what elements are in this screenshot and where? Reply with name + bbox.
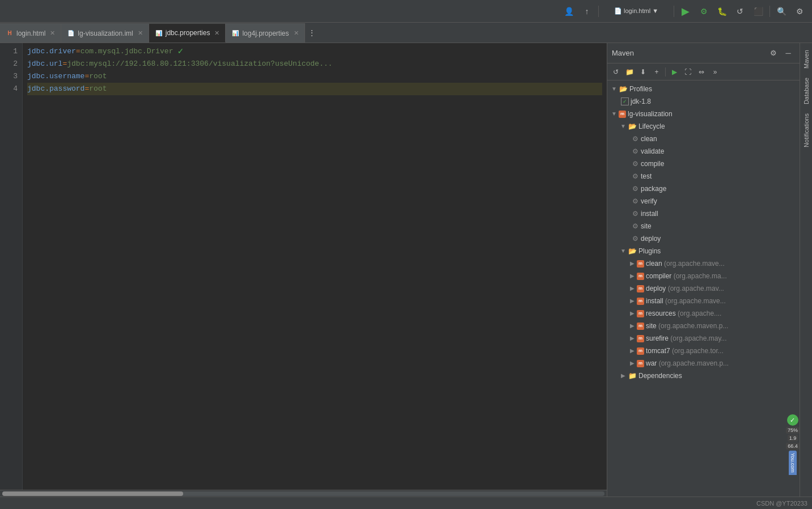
key-username: jdbc.username xyxy=(27,70,84,83)
maven-tb-sep xyxy=(665,67,666,77)
plugins-arrow: ▼ xyxy=(619,245,628,257)
plugin-tomcat7-arrow: ▶ xyxy=(628,345,637,357)
side-tab-notifications[interactable]: Notifications xyxy=(801,109,811,152)
lifecycle-folder-icon: 📂 xyxy=(628,122,637,131)
plugins-label: Plugins xyxy=(638,245,661,257)
tab-label-lg: lg-visualization.iml xyxy=(78,29,133,37)
maven-run-btn[interactable]: ▶ xyxy=(668,66,680,78)
tree-jdk[interactable]: ✓ jdk-1.8 xyxy=(607,95,800,108)
tree-lifecycle-package[interactable]: ⚙ package xyxy=(607,183,800,195)
arrow-icon[interactable]: ↑ xyxy=(579,3,595,19)
maven-settings-btn[interactable]: ⚙ xyxy=(767,46,780,60)
tab-close-lg[interactable]: ✕ xyxy=(138,29,143,37)
tabs-more-button[interactable]: ⋮ xyxy=(305,23,319,43)
lifecycle-test-label: test xyxy=(641,171,652,182)
search-button[interactable]: 🔍 xyxy=(773,3,789,19)
tab-close-login[interactable]: ✕ xyxy=(50,29,55,37)
maven-tree[interactable]: ▼ 📂 Profiles ✓ jdk-1.8 ▼ m lg-visualizat… xyxy=(607,80,800,497)
tree-plugin-tomcat7[interactable]: ▶ m tomcat7 (org.apache.tor... xyxy=(607,345,800,357)
key-driver: jdbc.driver xyxy=(27,45,76,58)
tab-label-log4j: log4j.properties xyxy=(242,29,289,37)
side-tab-maven[interactable]: Maven xyxy=(801,45,811,73)
tree-lifecycle-clean[interactable]: ⚙ clean xyxy=(607,133,800,145)
coverage-button[interactable]: ⬛ xyxy=(750,3,766,19)
side-tab-database[interactable]: Database xyxy=(801,73,811,109)
lifecycle-label: Lifecycle xyxy=(638,121,665,132)
plugin-surefire-label: surefire (org.apache.may... xyxy=(646,333,727,344)
scrollbar-thumb xyxy=(2,491,183,496)
tree-plugin-deploy[interactable]: ▶ m deploy (org.apache.mav... xyxy=(607,282,800,295)
iml-icon: 📄 xyxy=(67,29,75,37)
tree-lifecycle-verify[interactable]: ⚙ verify xyxy=(607,195,800,207)
project-arrow: ▼ xyxy=(610,108,619,120)
status-text: CSDN @YT20233 xyxy=(756,500,807,507)
html-icon: H xyxy=(6,29,14,37)
lifecycle-clean-label: clean xyxy=(641,133,657,145)
plugin-deploy-label: deploy (org.apache.mav... xyxy=(646,283,724,294)
tab-close-jdbc[interactable]: ✕ xyxy=(214,29,219,37)
editor-area[interactable]: jdbc.driver=com.mysql.jdbc.Driver ✓ jdbc… xyxy=(23,43,607,490)
tree-plugin-install[interactable]: ▶ m install (org.apache.mave... xyxy=(607,295,800,307)
plugin-war-label: war (org.apache.maven.p... xyxy=(646,358,729,369)
tree-plugin-war[interactable]: ▶ m war (org.apache.maven.p... xyxy=(607,357,800,370)
plugin-resources-arrow: ▶ xyxy=(628,308,637,319)
tree-lifecycle-compile[interactable]: ⚙ compile xyxy=(607,158,800,170)
settings-button[interactable]: ⚙ xyxy=(792,3,807,19)
maven-m-icon-surefire: m xyxy=(637,335,644,342)
maven-collapse-btn[interactable]: ⇔ xyxy=(695,66,708,78)
debug-button[interactable]: 🐛 xyxy=(714,3,730,19)
tree-lifecycle-validate[interactable]: ⚙ validate xyxy=(607,145,800,158)
tree-lifecycle-install[interactable]: ⚙ install xyxy=(607,207,800,220)
build-button[interactable]: ⚙ xyxy=(696,3,712,19)
maven-download-btn[interactable]: ⬇ xyxy=(637,66,649,78)
tree-dependencies[interactable]: ▶ 📁 Dependencies xyxy=(607,370,800,382)
maven-add-btn[interactable]: + xyxy=(650,66,663,78)
main-area: 1 2 3 4 jdbc.driver=com.mysql.jdbc.Drive… xyxy=(0,43,812,497)
tabs-bar: H login.html ✕ 📄 lg-visualization.iml ✕ … xyxy=(0,23,812,43)
plugins-folder-icon: 📂 xyxy=(628,247,637,256)
key-url: jdbc.url xyxy=(27,58,62,70)
tree-project[interactable]: ▼ m lg-visualization xyxy=(607,108,800,120)
tree-plugin-site[interactable]: ▶ m site (org.apache.maven.p... xyxy=(607,320,800,332)
tree-plugin-clean[interactable]: ▶ m clean (org.apache.mave... xyxy=(607,257,800,270)
tree-lifecycle-deploy[interactable]: ⚙ deploy xyxy=(607,232,800,245)
run-button[interactable]: ▶ xyxy=(678,3,693,19)
tree-lifecycle-site[interactable]: ⚙ site xyxy=(607,220,800,232)
tree-profiles[interactable]: ▼ 📂 Profiles xyxy=(607,83,800,95)
tab-lg-visualization[interactable]: 📄 lg-visualization.iml ✕ xyxy=(61,23,149,43)
tab-jdbc-properties[interactable]: 📊 jdbc.properties ✕ xyxy=(149,23,226,43)
tree-plugin-surefire[interactable]: ▶ m surefire (org.apache.may... xyxy=(607,332,800,345)
maven-folder-btn[interactable]: 📁 xyxy=(623,66,636,78)
jdk-checkbox[interactable]: ✓ xyxy=(621,97,629,105)
plugin-compiler-arrow: ▶ xyxy=(628,270,637,282)
separator2 xyxy=(674,6,674,17)
reload-button[interactable]: ↺ xyxy=(732,3,748,19)
tree-lifecycle[interactable]: ▼ 📂 Lifecycle xyxy=(607,120,800,133)
maven-minimize-btn[interactable]: ─ xyxy=(781,46,795,60)
tab-close-log4j[interactable]: ✕ xyxy=(294,29,299,37)
maven-expand-btn[interactable]: ⛶ xyxy=(682,66,694,78)
maven-m-icon-resources: m xyxy=(637,310,644,317)
maven-more-btn[interactable]: » xyxy=(709,66,721,78)
package-gear-icon: ⚙ xyxy=(632,183,638,194)
file-selector[interactable]: 📄 login.html ▼ xyxy=(602,3,670,19)
tree-plugin-compiler[interactable]: ▶ m compiler (org.apache.ma... xyxy=(607,270,800,282)
maven-panel: Maven ⚙ ─ ↺ 📁 ⬇ + ▶ ⛶ ⇔ » ▼ 📂 Prof xyxy=(607,43,800,497)
user-icon[interactable]: 👤 xyxy=(561,3,577,19)
maven-reload-btn[interactable]: ↺ xyxy=(610,66,622,78)
editor-content: 1 2 3 4 jdbc.driver=com.mysql.jdbc.Drive… xyxy=(0,43,607,490)
plugin-site-arrow: ▶ xyxy=(628,320,637,332)
tree-plugins[interactable]: ▼ 📂 Plugins xyxy=(607,245,800,257)
horizontal-scrollbar[interactable] xyxy=(0,490,607,497)
code-line-2: jdbc.url=jdbc:mysql://192.168.80.121:330… xyxy=(27,58,602,70)
plugin-clean-arrow: ▶ xyxy=(628,258,637,269)
tab-log4j-properties[interactable]: 📊 log4j.properties ✕ xyxy=(226,23,304,43)
project-label: lg-visualization xyxy=(628,108,673,120)
tab-login-html[interactable]: H login.html ✕ xyxy=(0,23,61,43)
tab-label-login: login.html xyxy=(16,29,45,37)
tree-plugin-resources[interactable]: ▶ m resources (org.apache.... xyxy=(607,307,800,320)
tree-lifecycle-test[interactable]: ⚙ test xyxy=(607,170,800,183)
plugin-site-label: site (org.apache.maven.p... xyxy=(646,320,728,332)
maven-m-icon-deploy: m xyxy=(637,285,644,292)
dependencies-folder-icon: 📁 xyxy=(628,371,637,380)
